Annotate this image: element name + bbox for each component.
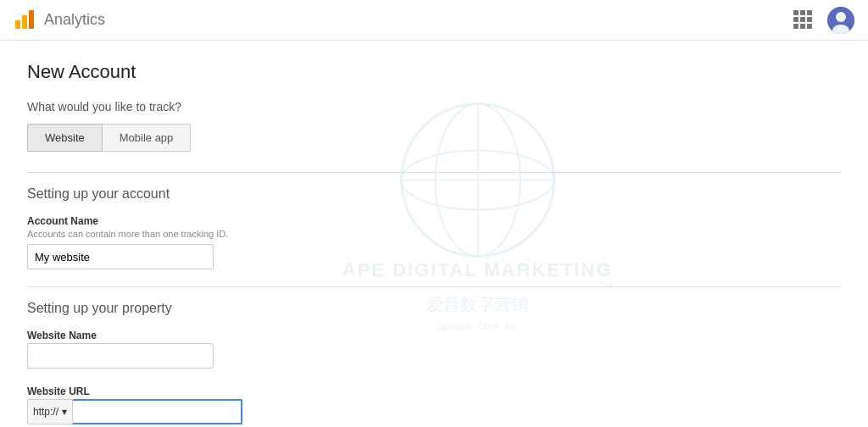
account-name-hint: Accounts can contain more than one track… bbox=[27, 229, 841, 239]
header-right bbox=[793, 7, 854, 34]
grid-dot bbox=[800, 10, 805, 15]
website-url-label: Website URL bbox=[27, 385, 841, 397]
analytics-logo-icon bbox=[14, 8, 36, 30]
account-name-field-group: Account Name Accounts can contain more t… bbox=[27, 215, 841, 269]
website-url-input[interactable] bbox=[73, 399, 242, 424]
watermark-tm: TM bbox=[342, 280, 613, 290]
grid-dot bbox=[800, 24, 805, 29]
property-section-divider bbox=[27, 286, 841, 287]
url-protocol-value: http:// bbox=[33, 406, 58, 418]
website-name-field-group: Website Name bbox=[27, 330, 841, 369]
track-website-button[interactable]: Website bbox=[27, 124, 103, 152]
account-section-divider bbox=[27, 172, 841, 173]
user-avatar[interactable] bbox=[827, 7, 854, 34]
website-name-label: Website Name bbox=[27, 330, 841, 341]
analytics-logo bbox=[14, 10, 36, 30]
track-mobile-button[interactable]: Mobile app bbox=[103, 124, 192, 152]
header-left: Analytics bbox=[14, 10, 105, 30]
svg-rect-0 bbox=[15, 20, 20, 29]
app-header: Analytics bbox=[0, 0, 868, 41]
grid-dot bbox=[793, 10, 798, 15]
account-name-input[interactable] bbox=[27, 244, 214, 269]
svg-point-4 bbox=[836, 12, 846, 22]
app-title: Analytics bbox=[44, 11, 105, 29]
track-type-buttons: Website Mobile app bbox=[27, 124, 841, 152]
website-url-field-group: Website URL http:// ▾ bbox=[27, 385, 841, 424]
grid-dot bbox=[793, 24, 798, 29]
track-question-label: What would you like to track? bbox=[27, 100, 841, 114]
property-section-heading: Setting up your property bbox=[27, 301, 841, 316]
url-protocol-select[interactable]: http:// ▾ bbox=[27, 399, 73, 424]
apps-icon[interactable] bbox=[793, 10, 814, 30]
page-title: New Account bbox=[27, 61, 841, 83]
url-field-wrapper: http:// ▾ bbox=[27, 399, 841, 424]
avatar-svg bbox=[827, 7, 854, 34]
svg-rect-1 bbox=[22, 15, 27, 29]
account-name-label: Account Name bbox=[27, 215, 841, 227]
grid-dot bbox=[793, 17, 798, 22]
website-name-input[interactable] bbox=[27, 343, 214, 369]
grid-dot bbox=[807, 17, 812, 22]
main-content: APE DIGITAL MARKETING TM 爱普数字营销 apedm. c… bbox=[0, 41, 868, 427]
grid-dot bbox=[807, 24, 812, 29]
grid-dot bbox=[800, 17, 805, 22]
account-section-heading: Setting up your account bbox=[27, 186, 841, 202]
grid-dot bbox=[807, 10, 812, 15]
svg-rect-2 bbox=[29, 10, 34, 29]
url-protocol-arrow: ▾ bbox=[62, 406, 67, 418]
